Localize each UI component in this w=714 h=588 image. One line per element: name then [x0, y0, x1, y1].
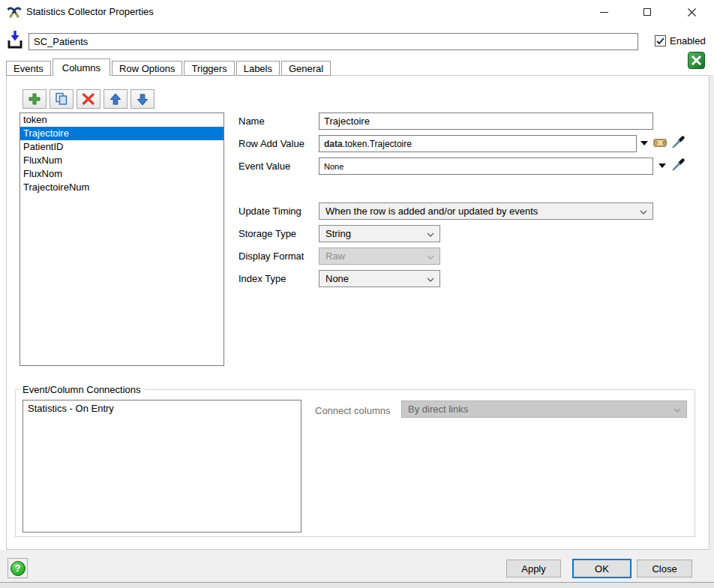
maximize-icon — [644, 8, 651, 16]
move-down-button[interactable] — [130, 89, 154, 109]
close-icon — [688, 8, 696, 16]
delete-column-button[interactable] — [76, 89, 100, 109]
column-list-item[interactable]: PatientID — [20, 140, 224, 154]
minimize-icon — [600, 12, 608, 13]
tab-label: Row Options — [119, 63, 175, 74]
apply-label: Apply — [521, 563, 546, 574]
update-timing-select[interactable]: When the row is added and/or updated by … — [319, 202, 653, 220]
storage-type-value: String — [326, 228, 351, 239]
connect-columns-select: By direct links — [401, 400, 687, 418]
update-timing-value: When the row is added and/or updated by … — [326, 206, 538, 217]
close-button[interactable] — [669, 0, 714, 24]
row-add-value-field[interactable]: data.token.Trajectoire — [319, 135, 637, 152]
display-format-select: Raw — [319, 248, 440, 265]
column-list-item-selected[interactable]: Trajectoire — [20, 127, 224, 140]
eyedropper-icon — [670, 135, 686, 150]
window-title: Statistics Collector Properties — [26, 0, 154, 24]
delete-x-icon — [82, 93, 95, 105]
scroll-icon — [652, 136, 668, 150]
chevron-down-icon — [427, 255, 434, 260]
close-label: Close — [652, 563, 676, 574]
event-value-label: Event Value — [238, 160, 290, 172]
group-title: Event/Column Connections — [20, 384, 144, 395]
display-format-value: Raw — [326, 250, 345, 262]
chevron-down-icon — [674, 408, 681, 412]
event-value-field[interactable]: None — [319, 158, 653, 175]
event-value-sampler-button[interactable] — [670, 158, 686, 172]
row-add-value-label: Row Add Value — [238, 138, 304, 149]
dropdown-triangle-icon — [658, 164, 666, 168]
move-up-button[interactable] — [104, 89, 128, 109]
tab-label: Columns — [62, 62, 100, 74]
copy-column-button[interactable] — [50, 89, 74, 109]
column-list-item[interactable]: FluxNom — [20, 167, 224, 181]
object-name-input[interactable] — [28, 33, 638, 50]
titlebar: Statistics Collector Properties — [0, 0, 714, 24]
tab-triggers[interactable]: Triggers — [184, 61, 234, 76]
help-icon — [10, 560, 26, 577]
arrow-up-icon — [110, 93, 122, 106]
tab-label: General — [289, 63, 323, 74]
connect-columns-label: Connect columns — [315, 405, 390, 416]
eyedropper-icon — [670, 158, 686, 172]
statistics-collector-properties-window: Statistics Collector Properties Enabled — [0, 0, 714, 588]
chevron-down-icon — [427, 232, 434, 237]
column-list-item[interactable]: TrajectoireNum — [20, 181, 224, 194]
tab-label: Labels — [244, 63, 272, 74]
tab-labels[interactable]: Labels — [236, 61, 280, 76]
help-button[interactable]: ? — [8, 558, 28, 578]
display-format-label: Display Format — [238, 250, 304, 262]
dropdown-triangle-icon — [640, 141, 648, 146]
tab-label: Triggers — [191, 63, 226, 74]
code-rest: .token.Trajectoire — [343, 139, 412, 149]
event-value-text: None — [324, 162, 344, 171]
column-name-value: Trajectoire — [324, 116, 370, 127]
row-add-value-sampler-button[interactable] — [670, 135, 686, 150]
checkmark-icon — [656, 38, 664, 45]
tab-bar: Events Columns Row Options Triggers Labe… — [6, 58, 332, 76]
tab-row-options[interactable]: Row Options — [112, 61, 182, 76]
plus-icon — [28, 92, 41, 106]
object-drop-icon — [6, 30, 24, 52]
storage-type-label: Storage Type — [238, 228, 296, 239]
storage-type-select[interactable]: String — [319, 225, 440, 242]
app-icon — [7, 6, 22, 21]
column-list-item[interactable]: FluxNum — [20, 154, 224, 167]
column-name-field[interactable]: Trajectoire — [319, 112, 653, 130]
chevron-down-icon — [640, 210, 647, 214]
index-type-value: None — [326, 273, 349, 284]
connection-list-item[interactable]: Statistics - On Entry — [23, 400, 301, 415]
minimize-button[interactable] — [582, 0, 626, 24]
enabled-checkbox[interactable] — [655, 35, 666, 46]
page-margin — [710, 75, 714, 550]
tab-general[interactable]: General — [281, 61, 331, 76]
connect-columns-value: By direct links — [408, 404, 468, 415]
ok-button[interactable]: OK — [572, 559, 632, 578]
arrow-down-icon — [136, 93, 148, 106]
row-add-value-dropdown-button[interactable] — [638, 138, 650, 148]
chevron-down-icon — [427, 278, 434, 282]
tab-label: Events — [14, 63, 44, 74]
code-edit-button[interactable] — [652, 136, 668, 150]
copy-icon — [54, 92, 69, 106]
add-column-button[interactable] — [22, 89, 46, 109]
maximize-button[interactable] — [626, 0, 669, 24]
event-value-dropdown-button[interactable] — [656, 160, 668, 171]
columns-list: token Trajectoire PatientID FluxNum Flux… — [20, 112, 224, 366]
connections-list: Statistics - On Entry — [22, 400, 302, 532]
name-label: Name — [238, 116, 265, 127]
tab-columns[interactable]: Columns — [52, 58, 110, 76]
window-bottom-shade — [0, 583, 714, 588]
update-timing-label: Update Timing — [238, 206, 302, 217]
code-keyword: data — [324, 139, 343, 149]
index-type-label: Index Type — [238, 273, 286, 284]
close-dialog-button[interactable]: Close — [637, 560, 692, 578]
excel-icon — [688, 52, 705, 69]
ok-label: OK — [595, 563, 609, 574]
tab-events[interactable]: Events — [6, 61, 51, 76]
enabled-label: Enabled — [670, 35, 706, 46]
apply-button[interactable]: Apply — [506, 560, 561, 578]
column-list-item[interactable]: token — [20, 113, 224, 127]
excel-export-button[interactable] — [688, 52, 705, 69]
index-type-select[interactable]: None — [319, 270, 440, 287]
